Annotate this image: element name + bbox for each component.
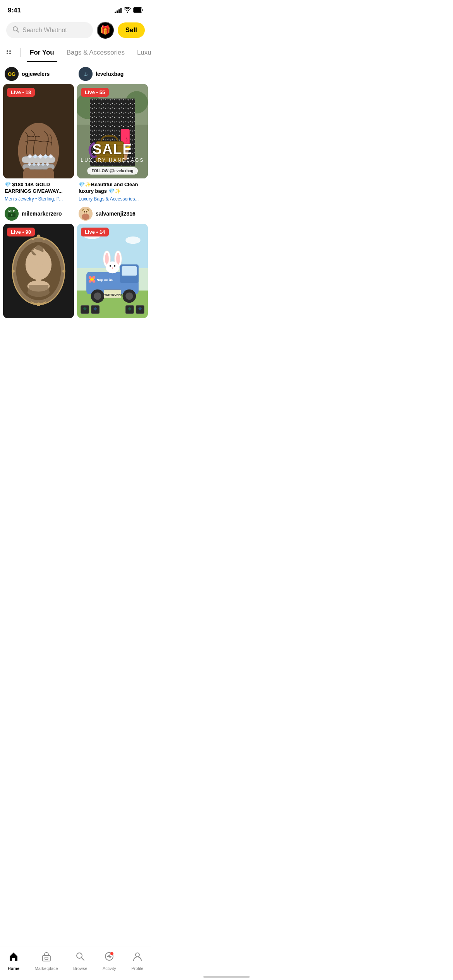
svg-text:EVERYBUNNY: EVERYBUNNY: [102, 293, 123, 296]
svg-point-17: [29, 156, 31, 157]
stream-info-salvamenji2316: [77, 318, 148, 324]
search-bar[interactable]: Search Whatnot: [6, 22, 93, 38]
svg-point-77: [86, 211, 88, 212]
follow-badge: FOLLOW @leveluxbag: [87, 167, 138, 175]
svg-point-68: [12, 270, 15, 273]
sale-title: SALE: [77, 141, 148, 158]
svg-rect-86: [122, 266, 137, 276]
svg-point-97: [106, 262, 119, 274]
stream-title-ogjewelers: 💎 $180 14K GOLD EARRINGS GIVEAWAY...: [5, 182, 72, 195]
svg-point-105: [92, 280, 95, 283]
live-badge-ogjewelers: Live • 18: [7, 88, 35, 97]
menu-dots-icon[interactable]: [6, 49, 15, 57]
streamer-name-leveluxbag: leveluxbag: [96, 71, 124, 77]
stream-thumbnail-leveluxbag: SALE LUXURY HANDBAGS FOLLOW @leveluxbag …: [77, 84, 148, 178]
svg-point-18: [34, 155, 36, 156]
header: Search Whatnot 🎁 Sell: [0, 19, 151, 43]
streamer-header-leveluxbag: ⚓ leveluxbag: [77, 67, 148, 84]
svg-point-78: [82, 214, 89, 220]
gift-button[interactable]: 🎁: [97, 22, 114, 39]
svg-text:0: 0: [11, 213, 13, 217]
svg-point-64: [37, 235, 41, 238]
svg-point-3: [7, 50, 8, 52]
signal-icon: [115, 8, 122, 13]
streamer-name-salvamenji2316: salvamenji2316: [96, 211, 136, 217]
feed-grid: OG ogjewelers: [0, 62, 151, 329]
tab-bags-accessories[interactable]: Bags & Accessories: [63, 43, 128, 62]
svg-point-67: [37, 303, 41, 307]
svg-point-104: [89, 280, 92, 283]
avatar-salvamenji2316: [79, 207, 93, 221]
svg-point-69: [62, 270, 65, 273]
wifi-icon: [124, 7, 131, 14]
streamer-name-milemarkerzero: milemarkerzero: [22, 211, 62, 217]
stream-category-leveluxbag: Luxury Bags & Accessories...: [79, 196, 146, 202]
svg-point-6: [9, 53, 11, 54]
streamer-header-milemarkerzero: MILE 0 milemarkerzero: [3, 207, 74, 224]
streamer-header-salvamenji2316: salvamenji2316: [77, 207, 148, 224]
status-time: 9:41: [8, 7, 21, 14]
live-badge-milemarkerzero: Live • 90: [7, 228, 35, 236]
search-placeholder: Search Whatnot: [22, 27, 67, 34]
svg-point-65: [32, 238, 34, 240]
svg-point-76: [84, 211, 85, 212]
stream-title-leveluxbag: 💎✨Beautiful and Clean luxury bags 💎✨: [79, 182, 146, 195]
battery-icon: [133, 7, 143, 14]
svg-point-83: [125, 236, 141, 244]
svg-point-99: [114, 265, 115, 267]
svg-point-90: [125, 293, 133, 300]
stream-card-ogjewelers[interactable]: OG ogjewelers: [3, 67, 74, 204]
svg-text:⚓: ⚓: [84, 72, 88, 77]
svg-text:Hop on in!: Hop on in!: [97, 278, 113, 282]
status-bar: 9:41: [0, 0, 151, 19]
avatar-leveluxbag: ⚓: [79, 67, 93, 81]
stream-info-milemarkerzero: [3, 318, 74, 324]
sale-subtitle: LUXURY HANDBAGS: [77, 158, 148, 163]
svg-point-20: [45, 155, 46, 156]
search-icon: [12, 26, 19, 34]
stream-thumbnail-milemarkerzero: Live • 90: [3, 224, 74, 318]
svg-point-5: [9, 50, 11, 52]
svg-point-88: [94, 293, 101, 300]
stream-thumbnail-ogjewelers: Live • 18: [3, 84, 74, 178]
stream-category-ogjewelers: Men's Jewelry • Sterling, P...: [5, 196, 72, 202]
stream-info-leveluxbag: 💎✨Beautiful and Clean luxury bags 💎✨ Lux…: [77, 178, 148, 204]
stream-card-milemarkerzero[interactable]: MILE 0 milemarkerzero: [3, 207, 74, 324]
avatar-ogjewelers: OG: [5, 67, 19, 81]
streamer-header: OG ogjewelers: [3, 67, 74, 84]
tab-divider: [20, 48, 21, 57]
sale-overlay: SALE LUXURY HANDBAGS: [77, 141, 148, 163]
gift-icon: 🎁: [100, 25, 110, 35]
svg-text:MILE: MILE: [9, 210, 15, 212]
category-tabs: For You Bags & Accessories Luxury Bags: [0, 43, 151, 62]
status-icons: [115, 7, 143, 14]
sell-button[interactable]: Sell: [118, 22, 145, 38]
live-badge-salvamenji2316: Live • 14: [81, 228, 109, 236]
svg-point-4: [7, 53, 8, 54]
svg-point-98: [110, 265, 111, 267]
svg-point-103: [92, 276, 95, 279]
tab-luxury-bags[interactable]: Luxury Bags: [134, 43, 151, 62]
svg-point-102: [89, 276, 92, 279]
streamer-name-ogjewelers: ogjewelers: [22, 71, 50, 77]
live-badge-leveluxbag: Live • 55: [81, 88, 109, 97]
tab-for-you[interactable]: For You: [27, 43, 57, 62]
svg-rect-1: [134, 8, 141, 12]
svg-point-2: [13, 27, 17, 31]
svg-point-21: [50, 156, 51, 157]
svg-point-19: [39, 156, 41, 157]
stream-card-leveluxbag[interactable]: ⚓ leveluxbag: [77, 67, 148, 204]
svg-point-100: [112, 267, 113, 269]
svg-text:OG: OG: [8, 71, 15, 77]
stream-card-salvamenji2316[interactable]: salvamenji2316: [77, 207, 148, 324]
stream-thumbnail-salvamenji2316: EVERYBUNNY: [77, 224, 148, 318]
stream-info-ogjewelers: 💎 $180 14K GOLD EARRINGS GIVEAWAY... Men…: [3, 178, 74, 204]
avatar-milemarkerzero: MILE 0: [5, 207, 19, 221]
svg-point-66: [43, 238, 45, 240]
